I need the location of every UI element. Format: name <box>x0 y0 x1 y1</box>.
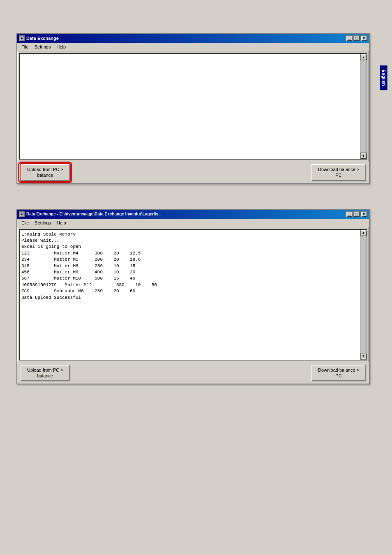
log-line: 456 Mutter M8 400 10 20 <box>21 269 358 275</box>
window2-title: Data Exchange - E:\Inventurwaage\Data Ex… <box>26 212 162 216</box>
button-bar-2: Upload from PC > balance Download balanc… <box>17 362 369 384</box>
title-buttons-1: _ □ × <box>346 35 367 41</box>
window1: Data Exchange _ □ × File Settings Help <box>16 33 370 184</box>
menu-bar-1: File Settings Help <box>17 43 369 51</box>
scroll-track-2[interactable] <box>360 236 367 353</box>
title-bar-left-2: Data Exchange - E:\Inventurwaage\Data Ex… <box>19 211 162 217</box>
scrollbar-2[interactable]: ▲ ▼ <box>360 230 367 360</box>
log-line: 4005891001279 Mutter M12 350 10 50 <box>21 282 358 288</box>
scroll-up-2[interactable]: ▲ <box>360 230 367 236</box>
menu-help-2[interactable]: Help <box>54 220 69 226</box>
log-line: Excel is going to open <box>21 244 358 250</box>
close-button-2[interactable]: × <box>361 211 367 217</box>
scroll-down-1[interactable]: ▼ <box>360 153 367 159</box>
download-button-2[interactable]: Download balance > PC <box>311 365 366 382</box>
scroll-track-1[interactable] <box>360 60 367 153</box>
log-line: Please Wait... <box>21 238 358 244</box>
title-bar-left-1: Data Exchange <box>19 35 59 41</box>
maximize-button-1[interactable]: □ <box>353 35 360 41</box>
log-line: 567 Mutter M10 500 15 40 <box>21 275 358 282</box>
log-line: Erasing Scale Memory <box>21 231 358 238</box>
log-line: 345 Mutter M6 250 10 15 <box>21 263 358 269</box>
upload-button-1[interactable]: Upload from PC > balance <box>21 164 70 181</box>
log-line: 234 Mutter M5 200 20 18,6 <box>21 257 358 263</box>
title-bar-1: Data Exchange _ □ × <box>17 34 369 43</box>
menu-help-1[interactable]: Help <box>54 44 68 50</box>
maximize-button-2[interactable]: □ <box>353 211 360 217</box>
content-area-1: ▲ ▼ <box>19 53 367 160</box>
menu-settings-2[interactable]: Settings <box>32 220 53 226</box>
menu-bar-2: Eile Settings Help <box>17 219 369 227</box>
log-line: Data Upload Successful <box>21 295 358 301</box>
minimize-button-2[interactable]: _ <box>346 211 353 217</box>
menu-settings-1[interactable]: Settings <box>32 44 53 50</box>
app-icon-2 <box>19 211 25 217</box>
menu-file-1[interactable]: File <box>19 44 31 50</box>
log-line: 789 Schraube M6 250 20 60 <box>21 288 358 294</box>
log-line: 123 Mutter M4 300 20 12,5 <box>21 250 358 257</box>
text-content-2: Erasing Scale MemoryPlease Wait...Excel … <box>20 230 367 303</box>
download-button-1[interactable]: Download balance > PC <box>311 164 366 181</box>
scroll-down-2[interactable]: ▼ <box>360 353 367 360</box>
scrollbar-1[interactable]: ▲ ▼ <box>360 54 367 159</box>
close-button-1[interactable]: × <box>361 35 367 41</box>
app-icon-1 <box>19 35 25 41</box>
content-area-2: Erasing Scale MemoryPlease Wait...Excel … <box>19 229 367 361</box>
window2: Data Exchange - E:\Inventurwaage\Data Ex… <box>16 209 370 385</box>
menu-file-2[interactable]: Eile <box>19 220 31 226</box>
minimize-button-1[interactable]: _ <box>346 35 353 41</box>
upload-button-2[interactable]: Upload from PC > balance <box>21 365 70 382</box>
button-bar-1: Upload from PC > balance Download balanc… <box>17 162 369 183</box>
window1-title: Data Exchange <box>26 36 59 41</box>
title-bar-2: Data Exchange - E:\Inventurwaage\Data Ex… <box>17 210 369 219</box>
english-tab: English <box>380 65 387 90</box>
title-buttons-2: _ □ × <box>346 211 367 217</box>
scroll-up-1[interactable]: ▲ <box>360 54 367 60</box>
